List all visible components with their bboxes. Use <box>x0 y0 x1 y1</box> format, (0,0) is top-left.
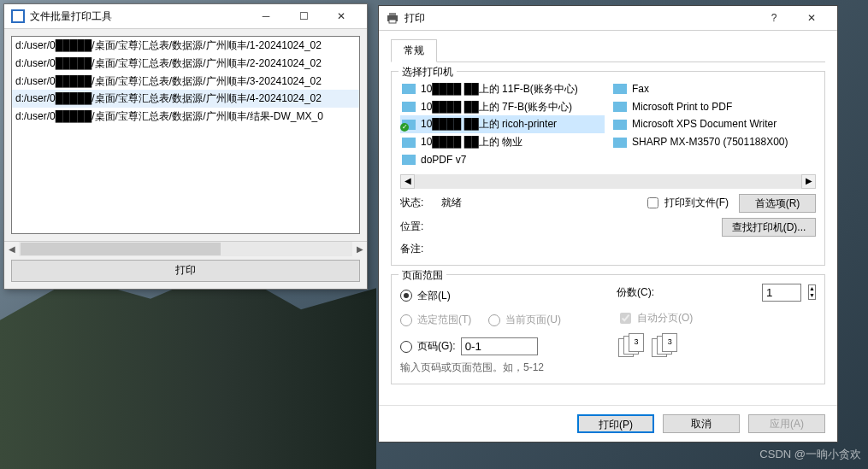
range-current-radio: 当前页面(U) <box>488 313 561 327</box>
printer-listview[interactable]: 10████ ██上的 11F-B(账务中心) 10████ ██上的 7F-B… <box>400 80 816 169</box>
list-item[interactable]: d:/user/0█████/桌面/宝尊汇总表/数据源/广州顺丰/2-20241… <box>12 55 359 73</box>
range-all-radio[interactable]: 全部(L) <box>400 289 599 303</box>
close-button[interactable]: ✕ <box>322 4 360 28</box>
print-to-file-checkbox[interactable]: 打印到文件(F) <box>644 195 729 211</box>
list-item[interactable]: d:/user/0█████/桌面/宝尊汇总表/数据源/广州顺丰/3-20241… <box>12 73 359 91</box>
printer-icon <box>402 84 416 94</box>
spinner-icon[interactable]: ▲▼ <box>808 284 816 300</box>
copies-input[interactable] <box>762 284 801 302</box>
printer-item[interactable]: 10████ ██上的 物业 <box>400 133 605 151</box>
svg-rect-0 <box>12 10 24 22</box>
pages-input[interactable] <box>461 337 538 355</box>
comment-label: 备注: <box>400 242 441 256</box>
printer-icon <box>613 120 627 130</box>
file-batch-window: 文件批量打印工具 ─ ☐ ✕ d:/user/0█████/桌面/宝尊汇总表/数… <box>3 3 368 290</box>
status-label: 状态: <box>400 196 441 210</box>
printer-icon <box>386 11 399 25</box>
window-title: 文件批量打印工具 <box>30 9 247 24</box>
help-button[interactable]: ? <box>755 6 793 30</box>
printer-item[interactable]: Microsoft Print to PDF <box>611 98 816 116</box>
printer-icon <box>402 102 416 112</box>
collate-checkbox: 自动分页(O) <box>617 310 816 326</box>
find-printer-button[interactable]: 查找打印机(D)... <box>722 218 816 237</box>
app-icon <box>11 9 25 23</box>
list-item[interactable]: d:/user/0█████/桌面/宝尊汇总表/数据源/广州顺丰/结果-DW_M… <box>12 108 359 126</box>
printer-icon <box>402 138 416 148</box>
printer-icon <box>402 155 416 165</box>
copies-label: 份数(C): <box>617 285 654 300</box>
range-hint: 输入页码或页面范围。如，5-12 <box>400 361 599 375</box>
printer-icon <box>613 84 627 94</box>
status-value: 就绪 <box>441 196 644 210</box>
ok-button[interactable]: 打印(P) <box>577 414 654 433</box>
printer-group: 选择打印机 10████ ██上的 11F-B(账务中心) 10████ ██上… <box>391 71 825 266</box>
page-range-group: 页面范围 全部(L) 选定范围(T) 当前页面(U) 页码(G): 输入页码或页… <box>391 274 825 384</box>
collate-icon: 123 <box>618 333 646 357</box>
svg-rect-3 <box>389 20 396 23</box>
list-item[interactable]: d:/user/0█████/桌面/宝尊汇总表/数据源/广州顺丰/4-20241… <box>12 90 359 108</box>
printer-item[interactable]: 10████ ██上的 7F-B(账务中心) <box>400 98 605 116</box>
print-button[interactable]: 打印 <box>11 260 360 282</box>
maximize-button[interactable]: ☐ <box>285 4 322 28</box>
horizontal-scrollbar[interactable]: ◀ ▶ <box>4 241 367 256</box>
cancel-button[interactable]: 取消 <box>663 414 740 433</box>
printer-item[interactable]: 10████ ██上的 11F-B(账务中心) <box>400 80 605 98</box>
watermark: CSDN @一晌小贪欢 <box>759 447 861 462</box>
horizontal-scrollbar[interactable]: ◀ ▶ <box>400 174 816 189</box>
scroll-right-icon[interactable]: ▶ <box>801 174 816 189</box>
tab-strip: 常规 <box>391 39 825 62</box>
file-listbox[interactable]: d:/user/0█████/桌面/宝尊汇总表/数据源/广州顺丰/1-20241… <box>11 36 360 234</box>
scroll-right-icon[interactable]: ▶ <box>352 242 367 256</box>
group-label: 页面范围 <box>399 268 446 283</box>
minimize-button[interactable]: ─ <box>247 4 285 28</box>
list-item[interactable]: d:/user/0█████/桌面/宝尊汇总表/数据源/广州顺丰/1-20241… <box>12 37 359 55</box>
location-label: 位置: <box>400 220 441 234</box>
printer-icon <box>613 138 627 148</box>
apply-button: 应用(A) <box>748 414 825 433</box>
print-dialog: 打印 ? ✕ 常规 选择打印机 10████ ██上的 11F-B(账务中心) … <box>378 5 838 443</box>
tab-general[interactable]: 常规 <box>391 39 437 62</box>
printer-icon <box>613 102 627 112</box>
collate-icon: 123 <box>652 333 679 357</box>
printer-item[interactable]: Microsoft XPS Document Writer <box>611 115 816 133</box>
printer-item[interactable]: SHARP MX-M3570 (7501188X00) <box>611 133 816 151</box>
group-label: 选择打印机 <box>399 65 457 79</box>
printer-item[interactable]: 10████ ██上的 ricoh-printer <box>400 115 605 133</box>
close-button[interactable]: ✕ <box>793 6 830 30</box>
titlebar[interactable]: 文件批量打印工具 ─ ☐ ✕ <box>4 4 367 29</box>
scroll-left-icon[interactable]: ◀ <box>400 174 415 189</box>
preferences-button[interactable]: 首选项(R) <box>739 194 816 213</box>
printer-default-icon <box>402 120 416 130</box>
printer-item[interactable]: Fax <box>611 80 816 98</box>
printer-item[interactable]: doPDF v7 <box>400 151 605 169</box>
scroll-left-icon[interactable]: ◀ <box>4 242 19 256</box>
svg-rect-2 <box>389 13 396 15</box>
titlebar[interactable]: 打印 ? ✕ <box>379 6 837 31</box>
range-pages-radio[interactable]: 页码(G): <box>400 337 599 355</box>
range-selection-radio: 选定范围(T) <box>400 313 471 327</box>
dialog-title: 打印 <box>404 11 755 26</box>
